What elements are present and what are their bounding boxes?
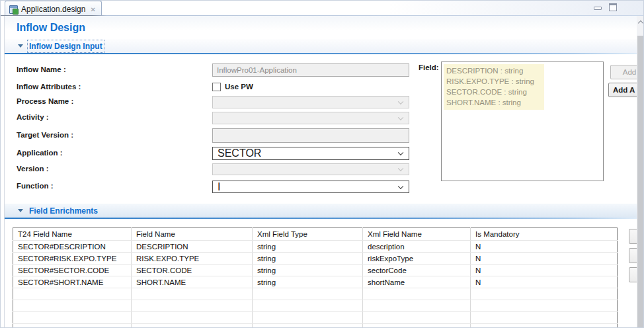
column-header[interactable]: Field Name — [132, 228, 253, 241]
table-row-empty[interactable] — [13, 324, 618, 328]
cell[interactable]: DESCRIPTION — [132, 241, 253, 253]
version-select[interactable] — [212, 163, 409, 175]
section-underline — [5, 53, 637, 54]
chevron-down-icon — [398, 166, 403, 171]
table-row-empty[interactable] — [13, 288, 618, 300]
section-title[interactable]: Inflow Design Input — [29, 42, 102, 51]
vertical-scrollbar[interactable] — [637, 16, 644, 328]
cell[interactable]: description — [363, 241, 471, 253]
inflow-attributes-label: Inflow Attributes : — [17, 83, 81, 91]
section-underline — [5, 218, 637, 219]
cell[interactable]: sectorCode — [363, 265, 471, 276]
function-label: Function : — [17, 182, 54, 190]
section-title[interactable]: Field Enrichments — [29, 206, 98, 216]
field-list-selection: DESCRIPTION : string RISK.EXPO.TYPE : st… — [444, 64, 544, 110]
use-pw-checkbox[interactable] — [212, 83, 221, 91]
table-row[interactable]: SECTOR#DESCRIPTION DESCRIPTION string de… — [13, 241, 618, 253]
target-version-label: Target Version : — [17, 131, 73, 139]
process-name-label: Process Name : — [17, 97, 73, 105]
application-label: Application : — [17, 149, 63, 157]
process-name-select[interactable] — [212, 96, 409, 108]
cell[interactable]: RISK.EXPO.TYPE — [132, 253, 253, 265]
chevron-down-icon — [398, 114, 403, 120]
design-file-icon — [9, 5, 18, 14]
inflow-name-input[interactable] — [212, 63, 409, 77]
cell[interactable]: SECTOR#SHORT.NAME — [13, 276, 132, 288]
inflow-name-label: Inflow Name : — [17, 65, 66, 73]
cell[interactable]: SECTOR.CODE — [132, 265, 253, 276]
field-listbox[interactable]: DESCRIPTION : string RISK.EXPO.TYPE : st… — [441, 62, 604, 181]
cell[interactable]: SECTOR#SECTOR.CODE — [13, 265, 132, 276]
chevron-down-icon — [398, 99, 403, 104]
application-value: SECTOR — [218, 147, 261, 159]
cell[interactable]: SECTOR#RISK.EXPO.TYPE — [13, 253, 132, 265]
close-icon[interactable]: ✕ — [89, 6, 95, 13]
column-header[interactable]: Xml Field Type — [253, 228, 363, 241]
section-header-field-enrichments[interactable]: Field Enrichments — [5, 204, 637, 218]
cell[interactable]: string — [253, 265, 363, 276]
cell[interactable]: N — [471, 276, 618, 288]
table-row[interactable]: SECTOR#SHORT.NAME SHORT.NAME string shor… — [13, 276, 618, 288]
column-header[interactable]: T24 Field Name — [13, 228, 132, 241]
cell[interactable]: string — [253, 253, 363, 265]
cell[interactable]: N — [471, 253, 618, 265]
activity-select[interactable] — [212, 112, 409, 124]
cell[interactable]: N — [471, 265, 618, 276]
chevron-down-icon — [398, 150, 403, 155]
list-item[interactable]: RISK.EXPO.TYPE : string — [446, 76, 544, 87]
list-item[interactable]: DESCRIPTION : string — [446, 65, 544, 76]
cell[interactable]: shortName — [363, 276, 471, 288]
field-enrichments-table: T24 Field Name Field Name Xml Field Type… — [13, 227, 618, 328]
scroll-up-arrow-icon[interactable] — [637, 16, 644, 28]
tab-bar: Application.design ✕ — [1, 1, 644, 15]
activity-label: Activity : — [17, 113, 49, 121]
table-row-empty[interactable] — [13, 312, 618, 324]
field-list-label: Field: — [419, 63, 439, 71]
cell[interactable]: N — [471, 241, 618, 253]
page-title: Inflow Design — [17, 22, 85, 34]
use-pw-checkbox-label: Use PW — [225, 83, 253, 91]
tab-title: Application.design — [21, 5, 85, 14]
table-row[interactable]: SECTOR#RISK.EXPO.TYPE RISK.EXPO.TYPE str… — [13, 253, 618, 265]
table-header-row: T24 Field Name Field Name Xml Field Type… — [13, 228, 618, 241]
cell[interactable]: riskExpoType — [363, 253, 471, 265]
tab-application-design[interactable]: Application.design ✕ — [5, 1, 102, 15]
collapse-triangle-icon[interactable] — [18, 44, 23, 48]
minimize-icon[interactable] — [594, 7, 602, 10]
view-left-border — [4, 16, 5, 328]
cell[interactable]: SHORT.NAME — [132, 276, 253, 288]
function-value: I — [218, 181, 220, 193]
cell[interactable]: SECTOR#DESCRIPTION — [13, 241, 132, 253]
collapse-triangle-icon[interactable] — [18, 209, 23, 212]
list-item[interactable]: SHORT.NAME : string — [446, 97, 544, 108]
scrollbar-thumb[interactable] — [637, 36, 644, 328]
list-item[interactable]: SECTOR.CODE : string — [446, 87, 544, 97]
function-select[interactable]: I — [212, 181, 409, 193]
cell[interactable]: string — [253, 241, 363, 253]
editor-view: Application.design ✕ Inflow Design Inflo… — [0, 0, 644, 328]
column-header[interactable]: Is Mandatory — [471, 228, 618, 241]
chevron-down-icon — [398, 183, 403, 188]
version-label: Version : — [17, 165, 49, 173]
target-version-input[interactable] — [212, 128, 409, 143]
application-select[interactable]: SECTOR — [212, 147, 409, 160]
table-row[interactable]: SECTOR#SECTOR.CODE SECTOR.CODE string se… — [13, 265, 618, 276]
cell[interactable]: string — [253, 276, 363, 288]
column-header[interactable]: Xml Field Name — [363, 228, 471, 241]
section-header-inflow-design-input[interactable]: Inflow Design Input — [5, 39, 637, 53]
table-row-empty[interactable] — [13, 300, 618, 312]
maximize-icon[interactable] — [609, 3, 617, 11]
